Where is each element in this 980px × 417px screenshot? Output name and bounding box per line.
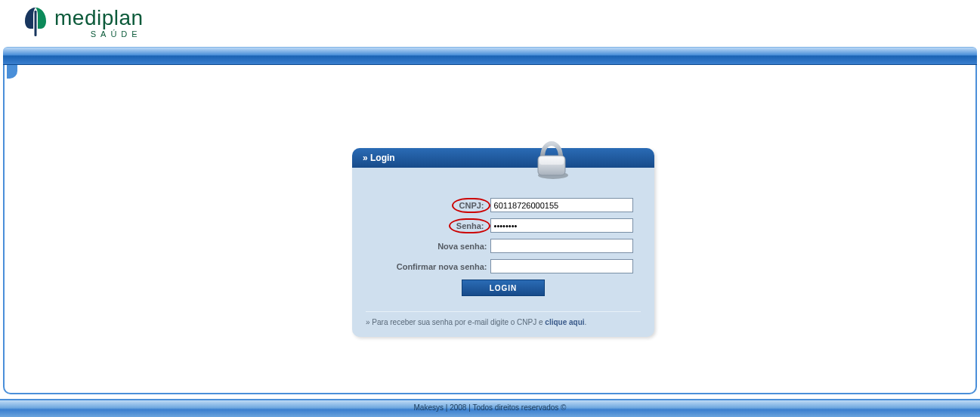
confirmar-nova-senha-input[interactable] <box>490 259 633 273</box>
label-cnpj: CNPJ: <box>373 200 490 211</box>
help-line: » Para receber sua senha por e-mail digi… <box>352 312 654 337</box>
label-senha: Senha: <box>373 221 490 231</box>
footer: Makesys | 2008 | Todos direitos reservad… <box>0 399 980 417</box>
brand-logo: mediplan SAÚDE <box>23 6 980 39</box>
label-nova-senha: Nova senha: <box>373 242 490 251</box>
lock-icon <box>530 139 571 180</box>
logo-text: mediplan SAÚDE <box>54 8 144 39</box>
row-confirmar-nova-senha: Confirmar nova senha: <box>373 259 633 273</box>
label-senha-text: Senha: <box>453 221 487 231</box>
footer-sep1: | <box>444 403 450 412</box>
row-nova-senha: Nova senha: <box>373 239 633 253</box>
logo-icon <box>23 6 48 39</box>
senha-input[interactable] <box>490 218 633 233</box>
footer-rights: Todos direitos reservados © <box>472 403 566 412</box>
login-button[interactable]: LOGIN <box>462 280 545 296</box>
login-title: » Login <box>352 148 654 168</box>
cnpj-input[interactable] <box>490 198 633 212</box>
row-cnpj: CNPJ: <box>373 198 633 212</box>
label-cnpj-text: CNPJ: <box>456 200 487 211</box>
footer-company: Makesys <box>414 403 444 412</box>
login-panel: » Login <box>352 148 654 337</box>
brand-tagline: SAÚDE <box>54 30 144 39</box>
help-link[interactable]: clique aqui <box>545 318 584 326</box>
brand-name: mediplan <box>54 8 144 29</box>
content-area: » Login <box>3 65 977 394</box>
header: mediplan SAÚDE <box>0 0 980 47</box>
svg-rect-3 <box>539 157 564 165</box>
top-navbar <box>3 47 977 65</box>
login-form: CNPJ: Senha: Nova senha: Confirmar nova … <box>352 168 654 307</box>
help-prefix: » Para receber sua senha por e-mail digi… <box>366 318 545 326</box>
nova-senha-input[interactable] <box>490 239 633 253</box>
footer-year: 2008 <box>450 403 466 412</box>
row-senha: Senha: <box>373 218 633 233</box>
login-title-text: » Login <box>363 153 395 163</box>
label-confirmar-nova-senha: Confirmar nova senha: <box>373 262 490 271</box>
help-suffix: . <box>585 318 587 326</box>
svg-rect-0 <box>35 11 37 36</box>
